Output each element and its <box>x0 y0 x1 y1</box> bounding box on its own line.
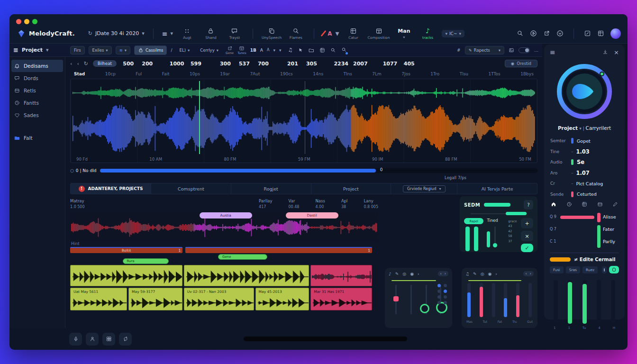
menu-dropdown[interactable]: ≡▾ <box>162 30 173 37</box>
sidebar-item-sades[interactable]: Sades <box>9 109 65 121</box>
timeline-number[interactable]: 305 <box>304 61 318 67</box>
tick-label[interactable]: 10ps <box>190 72 200 76</box>
marker-pill-rura[interactable]: Rura <box>123 258 169 264</box>
tick-label[interactable]: Tlns <box>344 72 352 76</box>
preset-select[interactable]: Grviede Regiud▾ <box>391 183 457 194</box>
next-icon[interactable]: › <box>445 272 446 276</box>
cassilms-button[interactable]: Cassilms <box>134 46 167 55</box>
sedm-slider-1[interactable] <box>484 203 510 207</box>
fader-knob[interactable] <box>393 296 399 301</box>
toggle-grid[interactable] <box>437 284 447 304</box>
audio-clip[interactable] <box>310 265 372 286</box>
tab-project[interactable]: Project <box>311 183 391 194</box>
refresh-icon[interactable]: ↻ <box>84 61 88 67</box>
audio-clip[interactable] <box>184 265 309 286</box>
vertical-slider[interactable] <box>494 227 496 247</box>
dial-icon[interactable]: ◎ <box>402 272 406 276</box>
timeline-number[interactable]: 2007 <box>353 61 368 67</box>
meter[interactable] <box>582 280 587 324</box>
meter[interactable] <box>504 283 507 317</box>
card-icon[interactable] <box>597 201 603 207</box>
overdid-pill[interactable]: ◉ Orestid <box>505 60 537 67</box>
font-color-tool[interactable]: A ▾ <box>323 29 339 38</box>
menu-item-augt[interactable]: Augt <box>178 27 197 40</box>
tick-label[interactable]: 7Lm <box>372 72 382 76</box>
pink-meter[interactable] <box>597 213 601 222</box>
loop-bar-1[interactable]: Boltit1 <box>70 247 182 253</box>
prev-icon[interactable]: ‹ <box>440 272 442 276</box>
timeline-number[interactable]: 2234 <box>334 61 348 67</box>
audio-clip[interactable]: May 45-2013 <box>255 288 309 310</box>
cursor-icon[interactable] <box>298 47 303 53</box>
menu-item-shand[interactable]: Shand <box>201 27 220 40</box>
sidebar-item-dedisams[interactable]: Dedisams <box>11 60 63 72</box>
loop-button[interactable] <box>119 333 132 346</box>
meter[interactable] <box>597 280 601 324</box>
jump-pill[interactable]: Bilheat <box>93 60 117 67</box>
slider-knob[interactable] <box>493 243 497 247</box>
tick-label[interactable]: 10cp <box>105 72 116 76</box>
meter[interactable] <box>611 280 615 324</box>
font-tool[interactable]: A <box>260 48 263 53</box>
sedm-slider-2[interactable] <box>506 212 527 215</box>
export-icon[interactable] <box>543 30 550 37</box>
tick-label[interactable]: 1Tro <box>430 72 439 76</box>
view-toggle[interactable] <box>519 47 530 53</box>
mix-icon[interactable]: Q 7 <box>550 227 556 231</box>
region-pill-austia[interactable]: Austia <box>200 212 252 218</box>
waveform-panel[interactable]: 90 Fd10 AM80 FM59 FM90 IM88 FM50 FM <box>70 79 537 163</box>
el-dropdown[interactable]: EL)▾ <box>176 46 193 54</box>
menu-item-composition[interactable]: Composition <box>368 27 390 40</box>
level-bar[interactable] <box>465 227 470 251</box>
marker-pill-gene[interactable]: Gene <box>218 254 267 260</box>
audio-clip[interactable]: May 59-3177 <box>128 288 182 310</box>
timeline-number[interactable]: 300 <box>218 61 232 67</box>
tab-comsptrent[interactable]: Comsptrent <box>151 183 231 194</box>
mix-icon[interactable]: C 1 <box>550 239 556 244</box>
home-icon[interactable] <box>551 201 556 207</box>
tick-label[interactable]: 1Bbys <box>520 72 534 76</box>
sidebar-item-dords[interactable]: Dords <box>9 72 65 84</box>
music-note-icon[interactable]: ♪ <box>389 272 391 276</box>
loop-bar-2[interactable]: 1 <box>185 247 372 253</box>
grid-icon[interactable] <box>319 47 325 53</box>
chevron-right-icon[interactable]: › <box>418 272 419 276</box>
chevron-right-icon[interactable]: › <box>495 272 497 276</box>
orange-slider[interactable] <box>550 257 571 262</box>
panel-menu-icon[interactable]: ≡ <box>550 48 555 56</box>
tick-label[interactable]: 190cs <box>280 72 293 76</box>
fusi-button[interactable]: Fusi <box>550 266 564 273</box>
timeline-number[interactable]: 201 <box>285 61 300 67</box>
timeline-number[interactable]: 599 <box>189 61 203 67</box>
prev-icon[interactable]: ‹ <box>526 272 527 276</box>
timeline-number[interactable]: 700 <box>256 61 270 67</box>
timeline-number[interactable]: 1000 <box>170 61 184 67</box>
chevron-down-icon[interactable]: ▾ <box>279 48 282 53</box>
meter[interactable] <box>467 283 471 317</box>
music-note-icon[interactable]: ♫ <box>465 272 469 276</box>
tick-label[interactable]: 14ns <box>313 72 323 76</box>
hash-tool[interactable]: # <box>457 48 461 53</box>
timeline-number[interactable]: 405 <box>402 61 416 67</box>
dot-icon[interactable]: ◉ <box>410 272 414 276</box>
pen-icon[interactable] <box>612 201 618 207</box>
date-dropdown[interactable]: ↻ JDate 30 4i 2020 ▾ <box>88 30 145 36</box>
meter[interactable] <box>516 283 519 317</box>
audio-clip[interactable]: Uv 02-317 - Nan 2003 <box>184 288 254 310</box>
confirm-button[interactable]: ✓ <box>521 244 533 252</box>
sidebar-header[interactable]: ≡ Project ▾ <box>13 46 66 54</box>
minimize-window-button[interactable] <box>24 19 29 24</box>
sidebar-item-fantts[interactable]: Fantts <box>9 97 65 109</box>
add-button[interactable]: + <box>521 218 533 228</box>
tunes-tool[interactable]: Tunes <box>237 46 246 55</box>
green-meter[interactable] <box>597 225 601 248</box>
horizontal-scrollbar[interactable] <box>244 337 407 341</box>
bold-tool[interactable]: 1B <box>250 48 256 53</box>
note-square-icon[interactable] <box>584 30 591 37</box>
timeline-number[interactable]: 1077 <box>383 61 398 67</box>
wave-dropdown[interactable]: ≋▾ <box>116 46 130 55</box>
menu-item-unyspeech[interactable]: UnySpeech <box>262 27 282 40</box>
dial-icon[interactable]: ◎ <box>481 272 484 276</box>
timeline-number[interactable]: 200 <box>140 61 155 67</box>
next-icon[interactable]: › <box>530 272 531 276</box>
